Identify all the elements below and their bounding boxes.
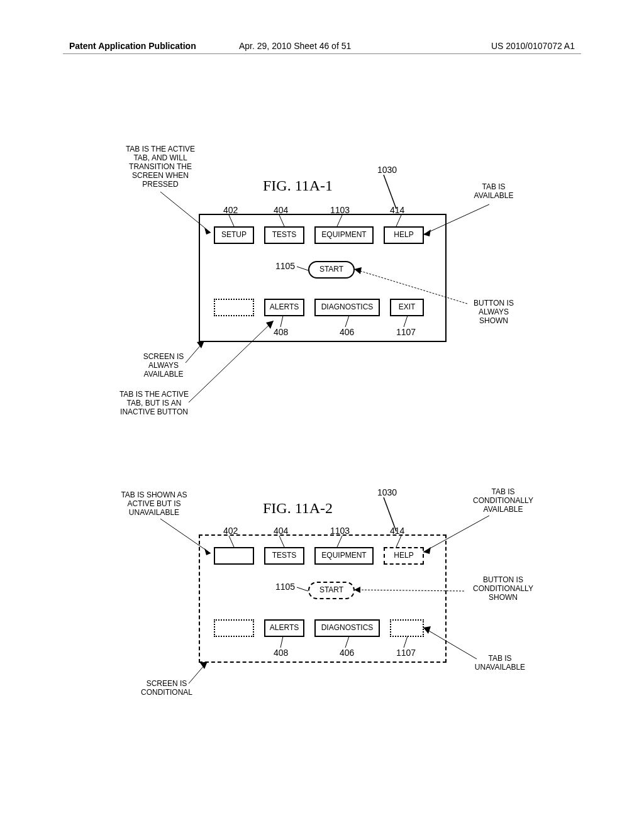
svg-line-34 <box>423 628 477 659</box>
fig1-tab-setup[interactable]: SETUP <box>214 226 254 244</box>
fig2-bottom-blank-left <box>214 619 254 637</box>
fig1-tick-1107 <box>408 316 420 328</box>
svg-line-20 <box>229 536 234 547</box>
fig2-ref-404: 404 <box>274 526 288 536</box>
fig1-tick-402 <box>225 215 238 228</box>
fig2-tab-alerts[interactable]: ALERTS <box>264 619 304 637</box>
fig2-tick-408 <box>280 636 293 649</box>
fig2-note-tab-unavail-arrow <box>423 628 480 662</box>
svg-line-17 <box>189 321 274 402</box>
fig2-tick-1103 <box>333 536 346 548</box>
svg-marker-12 <box>423 230 431 236</box>
header-right: US 2010/0107072 A1 <box>491 41 575 51</box>
fig2-ref-1105: 1105 <box>275 582 295 592</box>
svg-line-2 <box>279 215 284 226</box>
fig1-note-active-tab: TAB IS THE ACTIVE TAB, AND WILL TRANSITI… <box>119 145 201 189</box>
fig2-bottom-blank-exit <box>390 619 424 637</box>
fig1-tab-equipment[interactable]: EQUIPMENT <box>314 226 374 244</box>
fig2-note-button-cond: BUTTON IS CONDITIONALLY SHOWN <box>465 575 541 602</box>
svg-marker-33 <box>354 587 360 593</box>
header-rule <box>63 53 581 54</box>
fig1-ref-414: 414 <box>390 205 404 215</box>
fig2-tick-406 <box>349 636 362 649</box>
fig2-ref-1103: 1103 <box>330 526 350 536</box>
fig1-tab-alerts[interactable]: ALERTS <box>264 299 304 316</box>
fig2-ref-406: 406 <box>340 648 354 658</box>
fig1-ref-1105: 1105 <box>275 261 295 271</box>
header-mid: Apr. 29, 2010 Sheet 46 of 51 <box>239 41 351 51</box>
fig1-tab-tests[interactable]: TESTS <box>264 226 304 244</box>
fig2-tab-tests[interactable]: TESTS <box>264 547 304 565</box>
svg-line-32 <box>354 590 464 591</box>
svg-line-5 <box>297 267 308 270</box>
svg-marker-29 <box>204 548 211 555</box>
fig1-ref-panel: 1030 <box>377 165 397 175</box>
fig2-tick-402 <box>225 536 238 548</box>
fig1-tab-help[interactable]: HELP <box>384 226 424 244</box>
svg-line-0 <box>384 175 396 209</box>
fig2-ref-1107: 1107 <box>396 648 416 658</box>
svg-marker-18 <box>266 321 274 329</box>
fig2-tab-equipment[interactable]: EQUIPMENT <box>314 547 374 565</box>
fig2-tab-help[interactable]: HELP <box>384 547 424 565</box>
fig2-tab-setup-blank <box>214 547 254 565</box>
svg-line-24 <box>297 587 308 591</box>
fig1-tick-1103 <box>333 215 346 228</box>
fig2-note-button-cond-arrow <box>354 588 467 594</box>
fig1-ref-1103: 1103 <box>330 205 350 215</box>
fig1-note-tab-avail-arrow <box>423 204 492 236</box>
fig1-start-button[interactable]: START <box>308 261 355 279</box>
fig2-tab-diagnostics[interactable]: DIAGNOSTICS <box>314 619 380 637</box>
svg-line-13 <box>354 269 467 304</box>
fig2-ref-402: 402 <box>223 526 238 536</box>
svg-marker-31 <box>423 547 431 554</box>
header-left: Patent Application Publication <box>69 41 196 51</box>
svg-line-1 <box>229 215 234 226</box>
fig1-tick-1105 <box>297 264 309 272</box>
svg-line-9 <box>160 192 211 233</box>
svg-line-28 <box>160 519 211 553</box>
svg-line-22 <box>337 536 342 547</box>
fig1-title: FIG. 11A-1 <box>263 177 333 194</box>
svg-line-23 <box>396 536 401 547</box>
fig2-tick-414 <box>392 536 405 548</box>
fig1-ref-1107: 1107 <box>396 327 416 337</box>
svg-marker-35 <box>423 626 431 634</box>
svg-line-21 <box>279 536 284 547</box>
fig1-tick-414 <box>392 215 405 228</box>
fig1-bottom-blank <box>214 299 254 316</box>
fig1-tick-408 <box>280 316 293 328</box>
fig1-ref-402: 402 <box>223 205 238 215</box>
fig2-note-cond-avail-arrow <box>423 516 492 553</box>
fig1-note-button-always: BUTTON IS ALWAYS SHOWN <box>465 299 522 325</box>
fig2-start-button[interactable]: START <box>308 582 355 599</box>
svg-marker-37 <box>200 661 208 669</box>
fig1-tick-404 <box>275 215 288 228</box>
fig1-ref-406: 406 <box>340 327 354 337</box>
svg-line-25 <box>280 636 283 648</box>
svg-marker-10 <box>204 228 211 235</box>
fig2-tick-404 <box>275 536 288 548</box>
fig2-note-shown-active-arrow <box>160 519 217 556</box>
fig1-note-button-always-arrow <box>354 269 467 307</box>
fig2-note-screen-cond-arrow <box>189 661 214 687</box>
svg-line-6 <box>280 316 283 327</box>
fig1-note-active-arrow <box>160 192 217 236</box>
fig1-note-tab-available: TAB IS AVAILABLE <box>465 182 522 200</box>
fig2-tick-1107 <box>408 636 420 649</box>
fig2-tick-1105 <box>297 585 309 592</box>
svg-line-3 <box>337 215 342 226</box>
fig1-note-inactive-arrow <box>189 321 277 409</box>
svg-line-11 <box>423 204 489 235</box>
fig1-ref-404: 404 <box>274 205 288 215</box>
fig2-ref-408: 408 <box>274 648 288 658</box>
fig2-ref-panel: 1030 <box>377 487 397 497</box>
fig2-note-cond-avail: TAB IS CONDITIONALLY AVAILABLE <box>465 487 541 514</box>
fig2-note-shown-active-unavail: TAB IS SHOWN AS ACTIVE BUT IS UNAVAILABL… <box>113 490 195 517</box>
fig2-title: FIG. 11A-2 <box>263 500 333 517</box>
svg-line-30 <box>423 516 489 552</box>
fig1-tick-406 <box>349 316 362 328</box>
fig1-note-inactive-button: TAB IS THE ACTIVE TAB, BUT IS AN INACTIV… <box>110 390 198 416</box>
svg-line-4 <box>396 215 401 226</box>
fig2-ref-414: 414 <box>390 526 404 536</box>
